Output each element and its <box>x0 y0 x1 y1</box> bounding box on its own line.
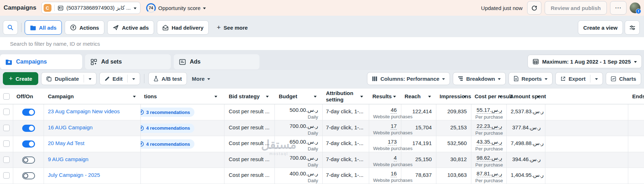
col-header-cost-per-result[interactable]: Cost per result <box>475 93 512 99</box>
filter-had-delivery[interactable]: Had delivery <box>157 20 209 35</box>
filter-actions[interactable]: Actions <box>65 20 104 35</box>
filter-active-ads[interactable]: Active ads <box>107 20 154 35</box>
col-header-bid-strategy[interactable]: Bid strategy <box>229 93 260 99</box>
toolbar-right: Columns: Performance Breakdown Reports E… <box>367 72 641 85</box>
chevron-down-icon[interactable] <box>463 96 466 99</box>
col-header-campaign[interactable]: Campaign <box>48 93 74 99</box>
tab-ad-sets[interactable]: Ad sets <box>85 54 171 69</box>
chevron-down-icon[interactable] <box>133 96 136 99</box>
ab-test-button[interactable]: A/B test <box>148 72 187 85</box>
results-value[interactable]: 17 <box>391 123 397 130</box>
row-checkbox[interactable] <box>3 125 10 131</box>
row-checkbox[interactable] <box>3 172 10 179</box>
columns-button[interactable]: Columns: Performance <box>367 72 450 85</box>
view-settings-button[interactable] <box>625 20 640 35</box>
cpr-value[interactable]: 22.23ر.س. <box>477 123 502 130</box>
duplicate-dropdown[interactable] <box>84 73 96 85</box>
col-header-attribution[interactable]: Attributionsetting <box>326 90 353 103</box>
campaign-name-link[interactable]: 23 Aug Campaign New videos <box>48 108 120 114</box>
campaign-toggle[interactable] <box>22 172 35 179</box>
table-row: 9 AUG campaign Cost per result ... 700.0… <box>0 152 644 168</box>
campaign-toggle[interactable] <box>22 156 35 164</box>
search-input[interactable] <box>9 40 368 47</box>
see-more-filters[interactable]: + See more <box>212 20 253 35</box>
recommendations-badge[interactable]: 4 recommendations <box>141 139 194 149</box>
opportunity-score[interactable]: 74 Opportunity score <box>146 3 206 13</box>
export-dropdown[interactable] <box>590 73 603 85</box>
duplicate-button[interactable]: Duplicate <box>41 73 84 85</box>
more-menu[interactable]: More <box>190 76 212 82</box>
filter-label: See more <box>224 25 248 31</box>
user-avatar[interactable]: f <box>630 3 640 13</box>
chevron-down-icon[interactable] <box>314 96 317 99</box>
tab-label: Ad sets <box>101 59 122 65</box>
col-header-impressions[interactable]: Impressions <box>440 93 471 99</box>
cpr-value[interactable]: 98.62ر.س. <box>477 155 502 161</box>
more-options-button[interactable]: ⋯ <box>610 1 626 15</box>
recommendations-badge[interactable]: 4 recommendations <box>141 124 194 133</box>
tab-campaigns[interactable]: Campaigns <box>0 54 82 69</box>
filter-all-ads[interactable]: All ads <box>25 20 62 35</box>
ad-account-selector[interactable]: C (503773868974903) كابز ... <box>41 2 140 14</box>
campaign-name-link[interactable]: 16 AUG Campaign <box>48 124 93 130</box>
col-header-amount-spent[interactable]: Amount spent <box>510 93 546 99</box>
chevron-down-icon[interactable] <box>428 96 431 99</box>
results-value[interactable]: 4 <box>394 155 397 161</box>
campaign-name-link[interactable]: 9 AUG campaign <box>48 156 88 162</box>
col-header-recommendations-partial[interactable]: tions <box>144 93 157 99</box>
chevron-down-icon <box>207 78 210 81</box>
tab-ads[interactable]: Ads <box>174 54 259 69</box>
cpr-value[interactable]: 43.35ر.س. <box>477 139 502 145</box>
results-value[interactable]: 16 <box>391 170 397 177</box>
create-a-view-button[interactable]: Create a view <box>578 20 623 35</box>
chevron-down-icon[interactable] <box>499 96 502 99</box>
chevron-down-icon[interactable] <box>393 96 396 99</box>
row-checkbox[interactable] <box>3 156 10 163</box>
campaign-toggle[interactable] <box>22 109 35 116</box>
chevron-down-icon[interactable] <box>360 96 363 99</box>
review-and-publish-button[interactable]: Review and publish <box>545 1 607 15</box>
create-button[interactable]: + Create <box>3 72 38 85</box>
chart-icon <box>611 76 616 81</box>
ad-account-name: (503773868974903) كابز ... <box>66 5 131 11</box>
campaign-name-link[interactable]: 20 May Ad Test <box>48 140 84 146</box>
results-cell: 46 Website purchases <box>373 107 397 119</box>
cpr-value[interactable]: 55.17ر.س. <box>477 107 502 114</box>
table-search-bar <box>0 37 644 50</box>
chevron-down-icon[interactable] <box>214 96 217 99</box>
date-range-selector[interactable]: Maximum: 1 Aug 2022 - 1 Sep 2025 <box>527 55 642 68</box>
reports-button[interactable]: Reports <box>509 72 553 85</box>
chevron-down-icon <box>132 78 135 81</box>
breakdown-button[interactable]: Breakdown <box>453 72 506 85</box>
col-header-results[interactable]: Results <box>372 93 392 99</box>
select-all-checkbox[interactable] <box>3 93 10 100</box>
row-checkbox[interactable] <box>3 109 10 115</box>
toggle-knob <box>29 141 34 146</box>
menu-label: More <box>192 76 205 82</box>
recommendations-badge[interactable]: 3 recommendations <box>141 108 194 117</box>
chevron-down-icon[interactable] <box>537 96 540 99</box>
cpr-value[interactable]: 87.81ر.س. <box>477 170 502 177</box>
refresh-button[interactable] <box>527 1 541 15</box>
table-row: 20 May Ad Test 4 recommendations Cost pe… <box>0 136 644 152</box>
tab-label: Ads <box>190 59 200 65</box>
export-button[interactable]: Export <box>556 73 590 85</box>
edit-button[interactable]: Edit <box>100 73 127 85</box>
bid-strategy-cell: Cost per result ... <box>229 124 269 130</box>
col-header-budget[interactable]: Budget <box>279 93 297 99</box>
row-checkbox[interactable] <box>3 140 10 147</box>
chevron-down-icon[interactable] <box>266 96 269 99</box>
date-range-label: Maximum: 1 Aug 2022 - 1 Sep 2025 <box>542 59 631 65</box>
search-button[interactable] <box>3 20 18 35</box>
col-header-off-on: Off/On <box>16 93 33 99</box>
results-value[interactable]: 46 <box>391 107 397 114</box>
col-header-ends[interactable]: Ends <box>632 93 644 99</box>
campaign-name-link[interactable]: July Campaign - 2025 <box>48 172 100 178</box>
charts-button[interactable]: Charts <box>606 72 641 85</box>
edit-dropdown[interactable] <box>128 73 140 85</box>
col-header-reach[interactable]: Reach <box>405 93 421 99</box>
results-value[interactable]: 173 <box>388 139 397 145</box>
campaign-toggle[interactable] <box>22 125 35 132</box>
campaigns-table: Off/On Campaign tions Bid strategy Budge… <box>0 89 644 184</box>
campaign-toggle[interactable] <box>22 140 35 148</box>
